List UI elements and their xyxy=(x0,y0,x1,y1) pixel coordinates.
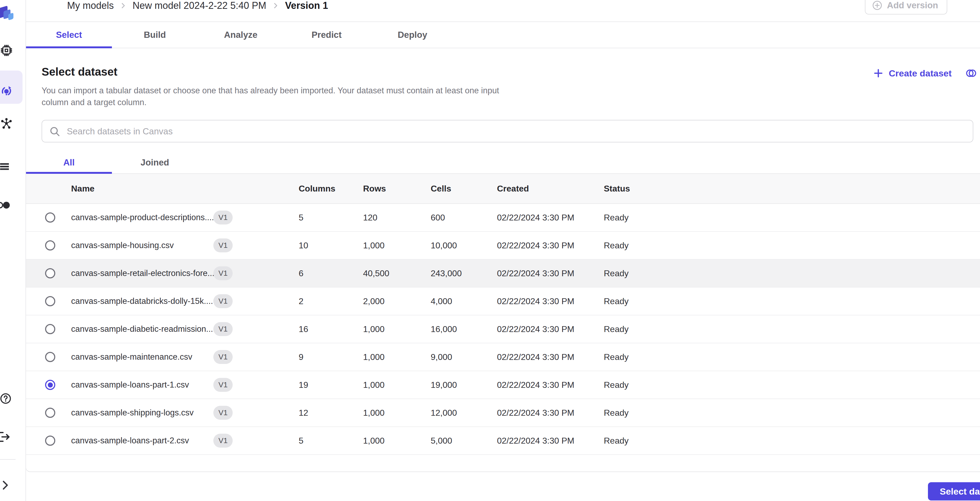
dataset-cells: 4,000 xyxy=(431,296,497,306)
version-badge: V1 xyxy=(213,406,233,420)
dataset-radio[interactable] xyxy=(45,324,55,334)
table-row[interactable]: canvas-sample-product-descriptions.... V… xyxy=(26,204,980,232)
dataset-columns: 9 xyxy=(299,352,363,362)
top-header: My models New model 2024-2-22 5:40 PM Ve… xyxy=(26,0,980,22)
table-row[interactable]: canvas-sample-loans-part-2.csv V1 5 1,00… xyxy=(26,427,980,455)
dataset-rows: 1,000 xyxy=(363,352,431,362)
compare-circles-icon[interactable] xyxy=(0,199,11,211)
dataset-cells: 5,000 xyxy=(431,436,497,446)
dataset-created: 02/22/2024 3:30 PM xyxy=(497,436,604,446)
version-badge: V1 xyxy=(213,378,233,392)
dataset-columns: 5 xyxy=(299,213,363,223)
nav-rail xyxy=(0,0,26,501)
dataset-rows: 1,000 xyxy=(363,380,431,390)
dataset-list-icon[interactable] xyxy=(0,160,9,173)
join-data-button[interactable]: Join data xyxy=(966,68,980,79)
version-badge: V1 xyxy=(213,434,233,448)
dataset-radio[interactable] xyxy=(45,407,55,418)
table-row[interactable]: canvas-sample-diabetic-readmission.... V… xyxy=(26,316,980,343)
dataset-status: Ready xyxy=(604,241,980,251)
plus-icon xyxy=(873,68,884,79)
dataset-radio[interactable] xyxy=(45,352,55,362)
dataset-rows: 1,000 xyxy=(363,324,431,334)
version-badge: V1 xyxy=(213,211,233,225)
dataset-rows: 1,000 xyxy=(363,408,431,418)
table-row[interactable]: canvas-sample-maintenance.csv V1 9 1,000… xyxy=(26,343,980,371)
chevron-right-icon xyxy=(272,2,280,10)
breadcrumb: My models New model 2024-2-22 5:40 PM Ve… xyxy=(67,0,328,12)
dataset-name: canvas-sample-housing.csv xyxy=(71,241,213,250)
dataset-cells: 10,000 xyxy=(431,241,497,251)
page-description: You can import a tabular dataset or choo… xyxy=(41,85,514,108)
expand-chevron-icon[interactable] xyxy=(0,480,11,491)
network-nodes-icon[interactable] xyxy=(0,117,13,130)
tab-select[interactable]: Select xyxy=(26,22,112,48)
add-version-button[interactable]: Add version xyxy=(865,0,947,14)
add-version-label: Add version xyxy=(887,0,938,11)
chevron-right-icon xyxy=(119,2,127,10)
dataset-name: canvas-sample-databricks-dolly-15k.... xyxy=(71,296,213,306)
dataset-columns: 10 xyxy=(299,241,363,251)
dataset-radio[interactable] xyxy=(45,436,55,446)
search-input[interactable] xyxy=(66,120,967,143)
dataset-status: Ready xyxy=(604,324,980,334)
tab-deploy[interactable]: Deploy xyxy=(369,22,455,48)
dataset-status: Ready xyxy=(604,436,980,446)
dataset-filter-tabs: All Joined xyxy=(26,152,980,174)
dataset-cells: 16,000 xyxy=(431,324,497,334)
dataset-status: Ready xyxy=(604,408,980,418)
dataset-rows: 40,500 xyxy=(363,268,431,278)
dataset-status: Ready xyxy=(604,268,980,278)
dataset-name: canvas-sample-loans-part-1.csv xyxy=(71,380,213,390)
table-row[interactable]: canvas-sample-retail-electronics-fore...… xyxy=(26,260,980,287)
model-training-icon[interactable] xyxy=(0,85,13,97)
version-badge: V1 xyxy=(213,322,233,336)
dataset-created: 02/22/2024 3:30 PM xyxy=(497,324,604,334)
dataset-table: Name Columns Rows Cells Created Status c… xyxy=(25,174,980,472)
tab-joined-datasets[interactable]: Joined xyxy=(112,152,198,173)
dataset-created: 02/22/2024 3:30 PM xyxy=(497,213,604,223)
dataset-cells: 12,000 xyxy=(431,408,497,418)
dataset-radio[interactable] xyxy=(45,268,55,278)
dataset-columns: 2 xyxy=(299,296,363,306)
dataset-cells: 243,000 xyxy=(431,268,497,278)
tab-analyze[interactable]: Analyze xyxy=(198,22,284,48)
table-row[interactable]: canvas-sample-shipping-logs.csv V1 12 1,… xyxy=(26,399,980,427)
col-header-cells: Cells xyxy=(431,184,497,193)
version-badge: V1 xyxy=(213,266,233,280)
dataset-name: canvas-sample-diabetic-readmission.... xyxy=(71,324,213,334)
dataset-name: canvas-sample-product-descriptions.... xyxy=(71,213,213,222)
dataset-radio[interactable] xyxy=(45,240,55,251)
col-header-status: Status xyxy=(604,184,980,193)
create-dataset-button[interactable]: Create dataset xyxy=(873,68,951,79)
dataset-radio[interactable] xyxy=(45,212,55,223)
dataset-name: canvas-sample-maintenance.csv xyxy=(71,352,213,362)
select-dataset-button[interactable]: Select dataset xyxy=(928,482,980,501)
col-header-name: Name xyxy=(71,184,213,193)
breadcrumb-model[interactable]: New model 2024-2-22 5:40 PM xyxy=(132,0,266,11)
table-row[interactable]: canvas-sample-databricks-dolly-15k.... V… xyxy=(26,287,980,316)
dataset-created: 02/22/2024 3:30 PM xyxy=(497,380,604,390)
help-icon[interactable] xyxy=(0,392,12,405)
dataset-status: Ready xyxy=(604,213,980,223)
dataset-radio[interactable] xyxy=(45,380,55,390)
tab-build[interactable]: Build xyxy=(112,22,198,48)
sidebar-divider xyxy=(0,459,16,460)
table-row[interactable]: canvas-sample-housing.csv V1 10 1,000 10… xyxy=(26,232,980,260)
table-row[interactable]: canvas-sample-loans-part-1.csv V1 19 1,0… xyxy=(26,371,980,399)
version-badge: V1 xyxy=(213,238,233,252)
dataset-radio[interactable] xyxy=(45,296,55,306)
col-header-columns: Columns xyxy=(299,184,363,193)
dataset-name: canvas-sample-shipping-logs.csv xyxy=(71,408,213,418)
logout-icon[interactable] xyxy=(0,431,10,443)
tab-predict[interactable]: Predict xyxy=(284,22,369,48)
breadcrumb-my-models[interactable]: My models xyxy=(67,0,114,11)
tab-all-datasets[interactable]: All xyxy=(26,152,112,173)
dataset-columns: 12 xyxy=(299,408,363,418)
compute-chip-icon[interactable] xyxy=(0,44,13,57)
breadcrumb-version: Version 1 xyxy=(285,0,328,11)
dataset-actions: Create dataset Join data xyxy=(873,68,980,79)
version-badge: V1 xyxy=(213,350,233,364)
table-bottom-padding xyxy=(26,455,980,471)
dataset-cells: 600 xyxy=(431,213,497,223)
